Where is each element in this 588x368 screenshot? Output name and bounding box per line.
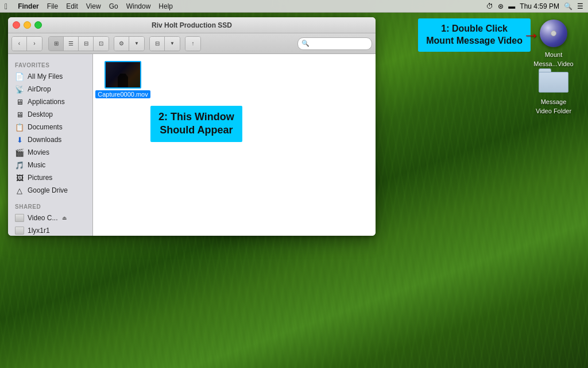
sidebar-label-downloads: Downloads	[28, 136, 61, 144]
menu-edit[interactable]: Edit	[66, 2, 78, 10]
menu-window[interactable]: Window	[126, 2, 151, 10]
wifi-icon: ⊛	[498, 2, 504, 10]
sidebar-item-all-my-files[interactable]: 📄 All My Files	[9, 70, 91, 83]
time-machine-icon: ⏱	[486, 2, 493, 10]
menubar-right: ⏱ ⊛ ▬ Thu 4:59 PM 🔍 ☰	[486, 2, 583, 10]
arrange-button[interactable]: ⊟	[150, 37, 165, 51]
finder-body: FAVORITES 📄 All My Files 📡 AirDrop 🖥 App…	[8, 54, 376, 236]
sidebar-label-airdrop: AirDrop	[28, 85, 51, 93]
message-folder-label-1: Message	[541, 98, 567, 106]
shared-server-icon-1	[15, 226, 24, 235]
shared-section-title: SHARED	[8, 200, 92, 212]
documents-icon: 📋	[15, 122, 24, 132]
back-button[interactable]: ‹	[12, 37, 27, 51]
menubar-left:  Finder File Edit View Go Window Help	[5, 2, 173, 11]
file-area: Capture0000.mov 2: This Window Should Ap…	[93, 54, 376, 236]
sidebar-label-shared-1: 1lyx1r1	[28, 227, 50, 235]
arrange-buttons: ⊟ ▼	[149, 36, 180, 51]
annotation-text-line1: 2: This Window	[158, 110, 234, 124]
action-chevron[interactable]: ▼	[129, 37, 144, 51]
google-drive-icon: △	[15, 186, 24, 195]
coverflow-view-button[interactable]: ⊡	[94, 37, 109, 51]
sidebar: FAVORITES 📄 All My Files 📡 AirDrop 🖥 App…	[8, 54, 93, 236]
downloads-icon: ⬇	[15, 135, 24, 144]
airdrop-icon: 📡	[15, 85, 24, 94]
dvd-icon-image	[537, 17, 570, 49]
sidebar-label-music: Music	[28, 161, 45, 169]
callout-text-line2: Mount Message Video	[426, 35, 523, 47]
sidebar-item-applications[interactable]: 🖥 Applications	[9, 95, 91, 108]
nav-buttons: ‹ ›	[11, 36, 42, 51]
folder-icon-image	[537, 64, 570, 97]
sidebar-label-documents: Documents	[28, 123, 63, 131]
shared-server-icon-0	[15, 213, 24, 223]
search-box[interactable]: 🔍	[297, 37, 372, 50]
annotation-text-line2: Should Appear	[158, 124, 234, 137]
sidebar-label-desktop: Desktop	[28, 110, 53, 118]
forward-button[interactable]: ›	[27, 37, 42, 51]
sidebar-item-documents[interactable]: 📋 Documents	[9, 121, 91, 133]
sidebar-item-music[interactable]: 🎵 Music	[9, 159, 91, 171]
callout-text-line1: 1: Double Click	[426, 23, 523, 35]
sidebar-item-shared-1[interactable]: 1lyx1r1	[9, 224, 91, 236]
action-buttons: ⚙ ▼	[114, 36, 145, 51]
eject-icon[interactable]: ⏏	[62, 215, 67, 221]
battery-icon: ▬	[508, 2, 515, 10]
sidebar-item-desktop[interactable]: 🖥 Desktop	[9, 108, 91, 121]
share-button-group: ↑	[185, 36, 201, 51]
sidebar-item-movies[interactable]: 🎬 Movies	[9, 146, 91, 159]
window-controls	[13, 21, 42, 29]
all-my-files-icon: 📄	[15, 72, 24, 81]
toolbar: ‹ › ⊞ ☰ ⊟ ⊡ ⚙ ▼ ⊟ ▼ ↑ 🔍	[8, 33, 376, 54]
sidebar-item-pictures[interactable]: 🖼 Pictures	[9, 171, 91, 184]
sidebar-item-airdrop[interactable]: 📡 AirDrop	[9, 83, 91, 95]
clock: Thu 4:59 PM	[520, 2, 559, 10]
message-folder-label-2: Video Folder	[536, 108, 571, 115]
sidebar-label-applications: Applications	[28, 98, 65, 106]
annotation-box-2: 2: This Window Should Appear	[150, 106, 242, 142]
menu-help[interactable]: Help	[158, 2, 173, 10]
apple-menu[interactable]: 	[5, 2, 7, 11]
music-icon: 🎵	[15, 160, 24, 170]
pictures-icon: 🖼	[15, 173, 24, 182]
thumbnail-image	[106, 62, 140, 87]
icon-view-button[interactable]: ⊞	[49, 37, 64, 51]
sidebar-label-pictures: Pictures	[28, 174, 52, 182]
list-view-button[interactable]: ☰	[64, 37, 79, 51]
dvd-disc	[540, 20, 567, 47]
share-button[interactable]: ↑	[185, 37, 200, 51]
column-view-button[interactable]: ⊟	[79, 37, 94, 51]
notification-icon[interactable]: ☰	[577, 2, 583, 10]
maximize-button[interactable]	[34, 21, 42, 29]
callout-box-1: 1: Double Click Mount Message Video	[418, 18, 531, 52]
folder-shape	[539, 68, 568, 93]
favorites-section-title: FAVORITES	[8, 59, 92, 70]
finder-window: Riv Holt Production SSD ‹ › ⊞ ☰ ⊟ ⊡ ⚙ ▼ …	[8, 17, 376, 236]
menu-file[interactable]: File	[47, 2, 58, 10]
dvd-hole	[551, 30, 556, 36]
sidebar-item-downloads[interactable]: ⬇ Downloads	[9, 133, 91, 146]
view-buttons: ⊞ ☰ ⊟ ⊡	[48, 36, 109, 51]
arrow-icon: →	[523, 25, 540, 45]
file-label: Capture0000.mov	[95, 90, 150, 98]
action-button[interactable]: ⚙	[114, 37, 129, 51]
sidebar-label-movies: Movies	[28, 148, 49, 156]
menubar:  Finder File Edit View Go Window Help ⏱…	[0, 0, 588, 13]
message-folder-icon[interactable]: Message Video Folder	[531, 64, 577, 115]
window-title: Riv Holt Production SSD	[152, 21, 232, 29]
sidebar-label-shared-0: Video C...	[28, 214, 57, 222]
close-button[interactable]	[13, 21, 20, 29]
arrange-chevron[interactable]: ▼	[165, 37, 180, 51]
spotlight-icon[interactable]: 🔍	[564, 2, 572, 10]
sidebar-label-google-drive: Google Drive	[28, 186, 68, 194]
minimize-button[interactable]	[24, 21, 31, 29]
file-thumbnail	[105, 61, 141, 89]
menu-view[interactable]: View	[86, 2, 101, 10]
sidebar-item-google-drive[interactable]: △ Google Drive	[9, 184, 91, 197]
menu-go[interactable]: Go	[109, 2, 118, 10]
sidebar-item-shared-0[interactable]: Video C... ⏏	[9, 212, 91, 224]
applications-icon: 🖥	[15, 97, 24, 106]
title-bar: Riv Holt Production SSD	[8, 17, 376, 33]
app-name[interactable]: Finder	[18, 2, 39, 10]
file-item[interactable]: Capture0000.mov	[100, 61, 146, 98]
